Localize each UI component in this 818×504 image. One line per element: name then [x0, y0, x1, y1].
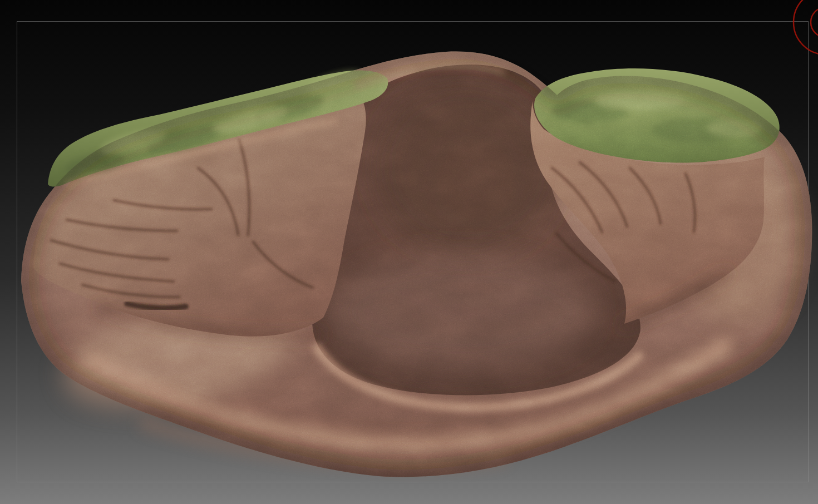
- rotation-widget-outer-ring[interactable]: [794, 0, 818, 55]
- rotation-widget-inner-ring[interactable]: [811, 7, 818, 37]
- clay-grain-texture: [17, 47, 815, 481]
- scene-canvas[interactable]: [0, 0, 818, 504]
- canvas-rotation-widget[interactable]: [794, 0, 818, 55]
- sculpting-viewport[interactable]: [0, 0, 818, 504]
- rock-basin-model[interactable]: [17, 47, 815, 481]
